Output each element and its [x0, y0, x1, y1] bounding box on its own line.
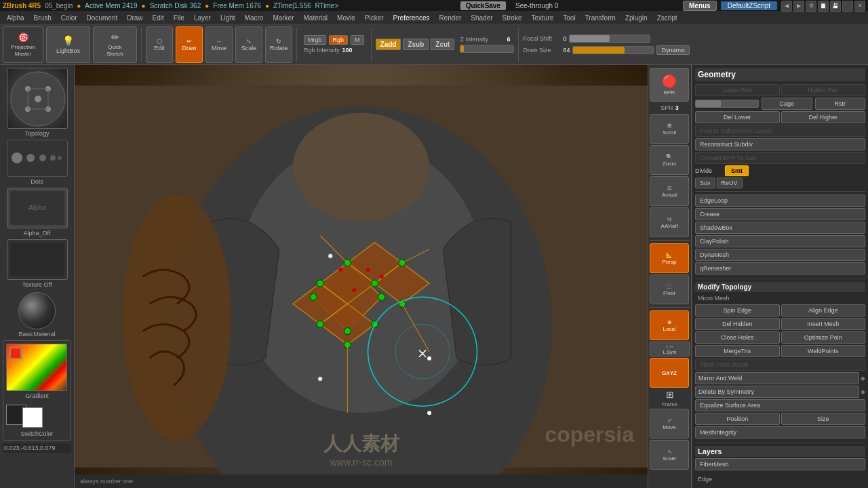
cage-button[interactable]: Cage [762, 98, 812, 110]
menu-picker[interactable]: Picker [361, 14, 388, 22]
bpr-button[interactable]: 🔴 BPR [650, 68, 689, 102]
draw-size-slider[interactable] [572, 46, 654, 54]
crease-button[interactable]: Crease [695, 208, 865, 220]
zsub-button[interactable]: Zsub [403, 39, 429, 50]
mesh-from-brush-button[interactable]: Mesh From Brush [695, 359, 865, 371]
default-script-button[interactable]: DefaultZScript [721, 1, 777, 10]
size-button[interactable]: Size [781, 413, 866, 425]
rstr-button[interactable]: Rstr [815, 98, 865, 110]
edit-button[interactable]: ⬡ Edit [146, 26, 173, 63]
reuv-button[interactable]: ReUV [717, 178, 743, 188]
actual-button[interactable]: ⊡ Actual [650, 176, 689, 206]
dynamic-button[interactable]: Dynamic [656, 45, 690, 55]
material-section[interactable]: BasicMaterial [3, 291, 71, 338]
menu-draw[interactable]: Draw [123, 14, 146, 22]
scale-tool-button[interactable]: ⤡ Scale [650, 440, 689, 470]
menu-layer[interactable]: Layer [190, 14, 215, 22]
lsym-button[interactable]: ↕↔ L.Sym [650, 342, 690, 357]
menus-button[interactable]: Menus [683, 1, 717, 11]
menu-render[interactable]: Render [435, 14, 466, 22]
optimize-poin-button[interactable]: Optimize Poin [781, 331, 866, 344]
menu-tool[interactable]: Tool [559, 14, 579, 22]
menu-transform[interactable]: Transform [581, 14, 620, 22]
mergetris-button[interactable]: MergeTris [695, 345, 780, 357]
align-edge-button[interactable]: Align Edge [781, 304, 866, 317]
m-button[interactable]: M [351, 35, 364, 45]
menu-document[interactable]: Document [83, 14, 122, 22]
menu-edit[interactable]: Edit [149, 14, 168, 22]
lightbox-button[interactable]: 💡 LightBox [46, 26, 90, 63]
close-holes-button[interactable]: Close Holes [695, 331, 780, 344]
scroll-button[interactable]: ⊞ Scroll [650, 114, 689, 144]
freeze-subdiv-button[interactable]: Freeze SubDivision Levels [695, 125, 865, 137]
scale-button[interactable]: ⤡ Scale [235, 26, 262, 63]
color-gradient[interactable] [6, 344, 67, 391]
menu-brush[interactable]: Brush [30, 14, 56, 22]
draw-button[interactable]: ✏ Draw [176, 26, 203, 63]
reconstruct-subdiv-button[interactable]: Reconstruct Subdiv [695, 138, 865, 150]
rotate-button[interactable]: ↻ Rotate [265, 26, 292, 63]
menu-texture[interactable]: Texture [527, 14, 557, 22]
zoom-button[interactable]: 🔍 Zoom [650, 145, 689, 175]
menu-macro[interactable]: Macro [241, 14, 268, 22]
aahalf-button[interactable]: ½ AAHalf [650, 207, 689, 237]
menu-material[interactable]: Material [300, 14, 332, 22]
menu-file[interactable]: File [170, 14, 189, 22]
menu-preferences[interactable]: Preferences [389, 14, 434, 22]
move-button[interactable]: ↔ Move [205, 26, 233, 63]
icon-5[interactable]: 💾 [830, 1, 841, 12]
canvas-area[interactable]: 人人素材 www.rr-sc.com copersia always numbe… [75, 65, 648, 488]
del-higher-button[interactable]: Del Higher [781, 111, 866, 123]
weldpoints-button[interactable]: WeldPoints [781, 345, 866, 357]
del-lower-button[interactable]: Del Lower [695, 111, 780, 123]
smt-button[interactable]: Smt [725, 165, 749, 176]
mirror-weld-button[interactable]: Mirror And Weld [695, 372, 859, 384]
higher-res-button[interactable]: Higher Res [781, 84, 866, 96]
quick-sketch-button[interactable]: ✏ QuickSketch [93, 26, 137, 63]
lower-res-button[interactable]: Lower Res [695, 84, 780, 96]
menu-movie[interactable]: Movie [333, 14, 359, 22]
icon-2[interactable]: ▶ [793, 1, 804, 12]
alpha-off-section[interactable]: Alpha Alpha_Off [3, 188, 71, 237]
icon-4[interactable]: 📋 [818, 1, 829, 12]
insert-mesh-button[interactable]: Insert Mesh [781, 318, 866, 330]
edgeloop-button[interactable]: EdgeLoop [695, 195, 865, 207]
fibermesh-button[interactable]: FiberMesh [695, 458, 865, 470]
local-button[interactable]: ⊕ Local [650, 310, 689, 340]
sdiv-slider[interactable] [695, 100, 759, 108]
quicksave-button[interactable]: QuickSave [460, 1, 506, 10]
menu-marker[interactable]: Marker [269, 14, 298, 22]
frame-button[interactable]: ⊞ [666, 389, 674, 400]
persp-button[interactable]: 📐 Persp [650, 243, 689, 273]
icon-7[interactable]: ✕ [854, 1, 865, 12]
suv-button[interactable]: Suv [695, 178, 715, 188]
spin-edge-button[interactable]: Spin Edge [695, 304, 780, 317]
icon-3[interactable]: ⚙ [806, 1, 816, 12]
z-intensity-slider[interactable] [460, 45, 514, 53]
menu-alpha[interactable]: Alpha [3, 14, 28, 22]
equalize-surface-button[interactable]: Equalize Surface Area [695, 399, 865, 411]
icon-1[interactable]: ◀ [781, 1, 792, 12]
zcut-button[interactable]: Zcut [431, 39, 454, 50]
dynamesh-button[interactable]: DynaMesh [695, 249, 865, 261]
delete-by-symmetry-button[interactable]: Delete By Symmetry [695, 386, 859, 398]
menu-shader[interactable]: Shader [467, 14, 496, 22]
brush-topology-preview[interactable]: Topology [3, 68, 71, 137]
focal-shift-slider[interactable] [569, 35, 650, 43]
background-color[interactable] [22, 407, 43, 428]
gxyz-button[interactable]: GXYZ [650, 358, 689, 388]
menu-zscript[interactable]: Zscript [653, 14, 682, 22]
position-button[interactable]: Position [695, 413, 780, 425]
move-tool-button[interactable]: ⤢ Move [650, 409, 689, 439]
zadd-button[interactable]: Zadd [376, 39, 401, 50]
texture-off-section[interactable]: Texture Off [3, 239, 71, 288]
shadowbox-button[interactable]: ShadowBox [695, 222, 865, 234]
menu-zplugin[interactable]: Zplugin [621, 14, 652, 22]
floor-button[interactable]: ⬚ Floor [650, 274, 689, 304]
rgb-button[interactable]: Rgb [329, 35, 349, 45]
dots-brush-preview[interactable]: Dots [3, 140, 71, 185]
convert-bpr-button[interactable]: Convert BPR To Geo [695, 152, 865, 164]
del-hidden-button[interactable]: Del Hidden [695, 318, 780, 330]
mesh-integrity-button[interactable]: MeshIntegrity [695, 426, 865, 439]
menu-color[interactable]: Color [57, 14, 81, 22]
